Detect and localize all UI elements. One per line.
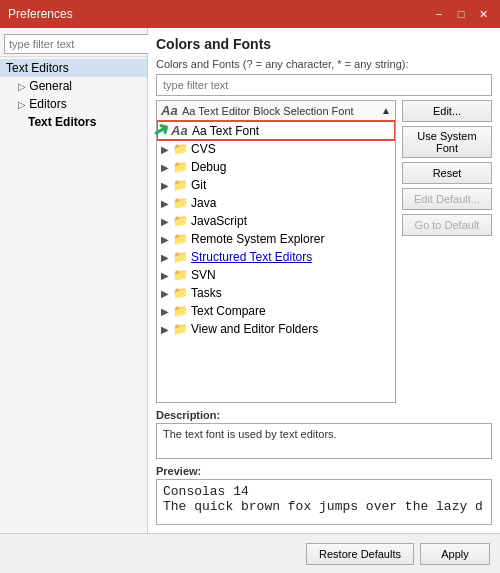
chevron-svn: ▶	[161, 270, 169, 281]
minimize-button[interactable]: −	[430, 6, 448, 22]
aa-icon-header: Aa	[161, 103, 179, 118]
font-tree-item-svn[interactable]: ▶ 📁 SVN	[157, 266, 395, 284]
apply-button[interactable]: Apply	[420, 543, 490, 565]
folder-icon-svn: 📁	[172, 268, 188, 282]
description-section: Description: The text font is used by te…	[156, 409, 492, 459]
main-container: ✕ Text Editors ▷ General ▷ Editors Text …	[0, 28, 500, 533]
use-system-font-button[interactable]: Use System Font	[402, 126, 492, 158]
preview-label: Preview:	[156, 465, 492, 477]
chevron-structured: ▶	[161, 252, 169, 263]
title-bar: Preferences − □ ✕	[0, 0, 500, 28]
fonts-tree[interactable]: Aa Aa Text Editor Block Selection Font ▲…	[156, 100, 396, 403]
preview-box: Consolas 14 The quick brown fox jumps ov…	[156, 479, 492, 525]
chevron-javascript: ▶	[161, 216, 169, 227]
description-text: The text font is used by text editors.	[156, 423, 492, 459]
folder-icon-cvs: 📁	[172, 142, 188, 156]
chevron-cvs: ▶	[161, 144, 169, 155]
chevron-view-editor: ▶	[161, 324, 169, 335]
chevron-debug: ▶	[161, 162, 169, 173]
folder-icon-debug: 📁	[172, 160, 188, 174]
window-title: Preferences	[8, 7, 73, 21]
folder-icon-structured: 📁	[172, 250, 188, 264]
search-row: ✕	[0, 32, 147, 57]
folder-icon-git: 📁	[172, 178, 188, 192]
folder-icon-text-compare: 📁	[172, 304, 188, 318]
folder-icon-java: 📁	[172, 196, 188, 210]
preview-font-name: Consolas 14	[163, 484, 485, 499]
chevron-text-compare: ▶	[161, 306, 169, 317]
sidebar-item-text-editors[interactable]: Text Editors	[0, 59, 147, 77]
filter-input[interactable]	[156, 74, 492, 96]
font-tree-item-cvs[interactable]: ▶ 📁 CVS	[157, 140, 395, 158]
bottom-bar: Restore Defaults Apply	[0, 533, 500, 573]
aa-icon-text-font: Aa	[171, 123, 189, 138]
chevron-git: ▶	[161, 180, 169, 191]
font-tree-item-text-compare[interactable]: ▶ 📁 Text Compare	[157, 302, 395, 320]
font-tree-item-tasks[interactable]: ▶ 📁 Tasks	[157, 284, 395, 302]
sidebar-item-general[interactable]: ▷ General	[0, 77, 147, 95]
font-tree-item-javascript[interactable]: ▶ 📁 JavaScript	[157, 212, 395, 230]
preview-sample-text: The quick brown fox jumps over the lazy …	[163, 499, 485, 514]
chevron-tasks: ▶	[161, 288, 169, 299]
preview-section: Preview: Consolas 14 The quick brown fox…	[156, 465, 492, 525]
chevron-remote: ▶	[161, 234, 169, 245]
font-tree-item-java[interactable]: ▶ 📁 Java	[157, 194, 395, 212]
folder-icon-javascript: 📁	[172, 214, 188, 228]
folder-icon-tasks: 📁	[172, 286, 188, 300]
fonts-area: Aa Aa Text Editor Block Selection Font ▲…	[156, 100, 492, 403]
font-tree-item-view-editor[interactable]: ▶ 📁 View and Editor Folders	[157, 320, 395, 338]
font-tree-item-git[interactable]: ▶ 📁 Git	[157, 176, 395, 194]
description-label: Description:	[156, 409, 492, 421]
maximize-button[interactable]: □	[452, 6, 470, 22]
edit-default-button[interactable]: Edit Default...	[402, 188, 492, 210]
go-to-default-button[interactable]: Go to Default	[402, 214, 492, 236]
right-panel: Colors and Fonts Colors and Fonts (? = a…	[148, 28, 500, 533]
reset-button[interactable]: Reset	[402, 162, 492, 184]
sidebar-item-text-editors-sub[interactable]: Text Editors	[0, 113, 147, 131]
font-tree-item-remote[interactable]: ▶ 📁 Remote System Explorer	[157, 230, 395, 248]
font-tree-header: Aa Aa Text Editor Block Selection Font ▲	[157, 101, 395, 121]
close-button[interactable]: ✕	[474, 6, 492, 22]
panel-subtitle: Colors and Fonts (? = any character, * =…	[156, 58, 492, 70]
panel-title: Colors and Fonts	[156, 36, 492, 52]
chevron-java: ▶	[161, 198, 169, 209]
edit-button[interactable]: Edit...	[402, 100, 492, 122]
font-tree-item-debug[interactable]: ▶ 📁 Debug	[157, 158, 395, 176]
font-tree-text-font[interactable]: Aa Aa Text Font	[157, 121, 395, 140]
font-tree-item-structured[interactable]: ▶ 📁 Structured Text Editors	[157, 248, 395, 266]
left-panel: ✕ Text Editors ▷ General ▷ Editors Text …	[0, 28, 148, 533]
window-controls: − □ ✕	[430, 6, 492, 22]
folder-icon-view-editor: 📁	[172, 322, 188, 336]
side-buttons: Edit... Use System Font Reset Edit Defau…	[402, 100, 492, 403]
scroll-up-arrow: ▲	[381, 105, 391, 116]
sidebar-item-editors[interactable]: ▷ Editors	[0, 95, 147, 113]
folder-icon-remote: 📁	[172, 232, 188, 246]
left-search-input[interactable]	[4, 34, 152, 54]
structured-text-editors-label[interactable]: Structured Text Editors	[191, 250, 312, 264]
restore-defaults-button[interactable]: Restore Defaults	[306, 543, 414, 565]
